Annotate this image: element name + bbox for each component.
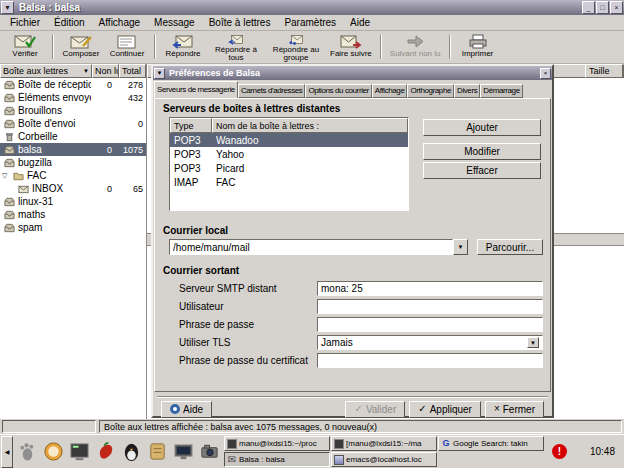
- menu-aide[interactable]: Aide: [343, 16, 377, 30]
- continue-button[interactable]: Continuer: [104, 32, 150, 62]
- tab-serveurs-de-messagerie[interactable]: Serveurs de messagerie: [154, 81, 238, 98]
- tab-affichage[interactable]: Affichage: [372, 84, 408, 98]
- apply-button[interactable]: ✓ Appliquer: [409, 401, 481, 418]
- close-icon[interactable]: ×: [610, 1, 623, 14]
- expander-icon[interactable]: ▽: [2, 172, 10, 180]
- gnome-foot-icon: [17, 441, 38, 462]
- reply-group-button[interactable]: Répondre au groupe: [266, 32, 326, 62]
- type-column-header[interactable]: Type: [170, 118, 212, 133]
- menu-affichage[interactable]: Affichage: [92, 16, 148, 30]
- use-tls-select[interactable]: Jamais ▼: [317, 335, 543, 350]
- panel-hide-icon[interactable]: ◀: [1, 436, 13, 468]
- mailbox-icon: [4, 80, 15, 90]
- check-mail-button[interactable]: Vérifier: [2, 32, 48, 62]
- terminal-launcher[interactable]: [67, 438, 92, 466]
- mailbox-row-trash[interactable]: Corbeille: [0, 130, 146, 143]
- task-balsa[interactable]: ✉ Balsa : balsa: [224, 452, 330, 467]
- total-header[interactable]: Total: [119, 64, 146, 78]
- modify-server-button[interactable]: Modifier: [423, 143, 541, 160]
- browse-button[interactable]: Parcourir...: [477, 239, 543, 255]
- mailbox-row-fac[interactable]: ▽FAC: [0, 169, 146, 182]
- web-launcher[interactable]: [41, 438, 66, 466]
- local-path-dropdown-icon[interactable]: ▼: [453, 239, 468, 255]
- mailbox-icon: [4, 223, 15, 233]
- name-column-header[interactable]: Nom de la boîte à lettres :: [212, 118, 408, 133]
- task-google-search[interactable]: G Google Search: takin: [438, 436, 544, 451]
- task-terminal-2[interactable]: [manu@lxdsi15:~/ma: [331, 436, 437, 451]
- linux-launcher[interactable]: [119, 438, 144, 466]
- menu-message[interactable]: Message: [147, 16, 202, 30]
- mailbox-row-drafts[interactable]: Brouillons: [0, 104, 146, 117]
- mailbox-row-balsa[interactable]: balsa 0 1075: [0, 143, 146, 156]
- tab-options-du-courrier[interactable]: Options du courrier: [305, 84, 371, 98]
- menu-edition[interactable]: Édition: [47, 16, 92, 30]
- check-icon: ✓: [354, 404, 362, 414]
- task-emacs[interactable]: emacs@localhost.loc: [331, 452, 437, 467]
- window-titlebar[interactable]: ▼ Balsa : balsa _ □ ×: [0, 0, 624, 15]
- mailbox-row-maths[interactable]: maths: [0, 208, 146, 221]
- print-button[interactable]: Imprimer: [455, 32, 501, 62]
- minimize-icon[interactable]: _: [582, 1, 595, 14]
- mailbox-row-outbox[interactable]: Boîte d'envoi 0: [0, 117, 146, 130]
- cert-passphrase-input[interactable]: [317, 353, 543, 368]
- maximize-icon[interactable]: □: [596, 1, 609, 14]
- forward-icon: [340, 34, 362, 49]
- statusbar-message: Boîte aux lettres affichée : balsa avec …: [99, 420, 622, 433]
- screenshot-launcher[interactable]: [197, 438, 222, 466]
- toolbar: Vérifier Composer Continuer Répondre Rép…: [0, 31, 624, 64]
- compose-button[interactable]: Composer: [58, 32, 104, 62]
- mailbox-row-bugzilla[interactable]: bugzilla: [0, 156, 146, 169]
- compose-icon: [70, 34, 92, 49]
- mailbox-name-header[interactable]: Boîte aux lettres ▼: [0, 64, 92, 78]
- display-launcher[interactable]: [171, 438, 196, 466]
- tab-demarrage[interactable]: Démarrage: [480, 84, 522, 98]
- mailbox-row-linux-31[interactable]: linux-31: [0, 195, 146, 208]
- mailbox-row-fac-inbox[interactable]: INBOX 0 65: [0, 182, 146, 195]
- window-menu-icon[interactable]: ▼: [1, 1, 14, 14]
- passphrase-input[interactable]: [317, 317, 543, 332]
- sort-arrow-icon[interactable]: ▼: [83, 68, 89, 74]
- passphrase-label: Phrase de passe: [179, 319, 254, 330]
- delete-server-button[interactable]: Effacer: [423, 162, 541, 179]
- mailbox-icon: [4, 119, 15, 129]
- local-mail-path-input[interactable]: [169, 239, 453, 255]
- forward-button[interactable]: Faire suivre: [326, 32, 376, 62]
- add-server-button[interactable]: Ajouter: [423, 119, 541, 136]
- dropdown-icon[interactable]: ▼: [527, 337, 539, 348]
- dialog-titlebar[interactable]: ▼ Préférences de Balsa ×: [153, 66, 552, 80]
- menu-boite-a-lettres[interactable]: Boîte à lettres: [202, 16, 278, 30]
- files-launcher[interactable]: [145, 438, 170, 466]
- menu-fichier[interactable]: Fichier: [3, 16, 47, 30]
- user-input[interactable]: [317, 299, 543, 314]
- size-column-header[interactable]: Taille: [585, 64, 623, 78]
- menubar: Fichier Édition Affichage Message Boîte …: [0, 15, 624, 31]
- document-icon: [147, 441, 168, 462]
- dialog-close-icon[interactable]: ×: [540, 68, 551, 79]
- help-icon: [170, 404, 180, 414]
- reply-all-button[interactable]: Répondre à tous: [206, 32, 266, 62]
- mailbox-row-spam[interactable]: spam: [0, 221, 146, 234]
- dialog-menu-icon[interactable]: ▼: [154, 68, 165, 79]
- mailbox-row-inbox[interactable]: Boîte de réception 0 278: [0, 78, 146, 91]
- terminal-icon: [227, 439, 237, 449]
- task-terminal-1[interactable]: manu@lxdsi15:~/proc: [224, 436, 330, 451]
- tab-carnets-adresses[interactable]: Carnets d'adresses: [238, 84, 305, 98]
- tab-orthographe[interactable]: Orthographe: [407, 84, 454, 98]
- gimp-launcher[interactable]: [93, 438, 118, 466]
- tab-divers[interactable]: Divers: [454, 84, 480, 98]
- server-row-picard[interactable]: POP3 Picard: [170, 161, 408, 175]
- main-menu-button[interactable]: [15, 438, 40, 466]
- unread-header[interactable]: Non lu: [92, 64, 119, 78]
- help-button[interactable]: Aide: [161, 401, 212, 418]
- server-row-wanadoo[interactable]: POP3 Wanadoo: [170, 133, 408, 147]
- mailbox-row-sent[interactable]: Éléments envoyés 432: [0, 91, 146, 104]
- menu-parametres[interactable]: Paramètres: [277, 16, 343, 30]
- smtp-server-input[interactable]: [317, 281, 543, 296]
- reply-button[interactable]: Répondre: [160, 32, 206, 62]
- dialog-actions: Aide ✓ Valider ✓ Appliquer × Fermer: [153, 400, 552, 418]
- server-row-fac[interactable]: IMAP FAC: [170, 175, 408, 189]
- alert-icon[interactable]: !: [552, 444, 567, 459]
- server-row-yahoo[interactable]: POP3 Yahoo: [170, 147, 408, 161]
- panel-clock: 10:48: [590, 446, 615, 457]
- close-dialog-button[interactable]: × Fermer: [485, 401, 544, 418]
